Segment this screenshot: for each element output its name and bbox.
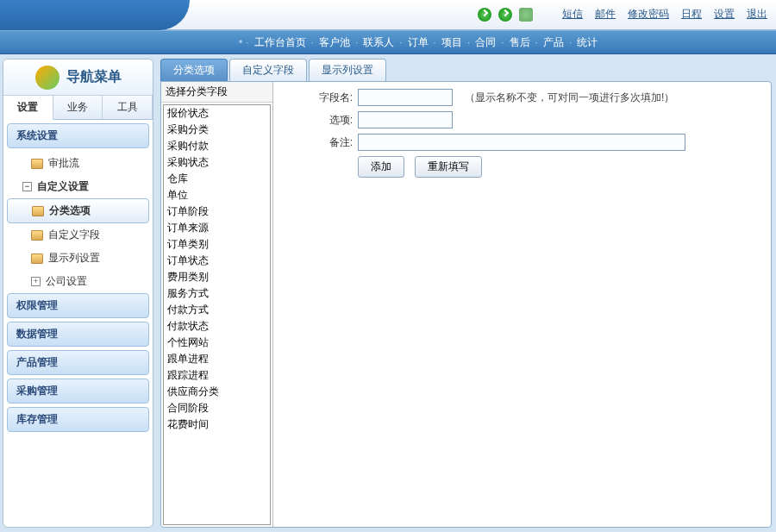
top-link-password[interactable]: 修改密码 <box>628 7 669 22</box>
options-input[interactable] <box>358 111 453 128</box>
add-button[interactable]: 添加 <box>358 156 404 178</box>
field-list-item[interactable]: 供应商分类 <box>164 384 270 400</box>
field-list-item[interactable]: 跟踪进程 <box>164 367 270 384</box>
forward-icon[interactable] <box>498 8 512 22</box>
tree-category-options-label: 分类选项 <box>49 203 91 218</box>
content: 分类选项 自定义字段 显示列设置 选择分类字段 报价状态采购分类采购付款采购状态… <box>156 54 776 532</box>
nav-bullet: • <box>237 36 244 48</box>
nav-workbench[interactable]: 工作台首页 <box>251 35 310 50</box>
field-list-item[interactable]: 合同阶段 <box>164 400 270 416</box>
top-bar: 短信 邮件 修改密码 日程 设置 退出 <box>0 0 776 30</box>
fieldname-hint: （显示名称不变，可对同一项进行多次填加!） <box>465 91 674 105</box>
nav-projects[interactable]: 项目 <box>438 35 466 50</box>
tree-approval[interactable]: 审批流 <box>7 152 149 175</box>
top-link-schedule[interactable]: 日程 <box>681 7 702 22</box>
tree-approval-label: 审批流 <box>48 156 79 171</box>
field-list-item[interactable]: 个性网站 <box>164 335 270 351</box>
field-list-item[interactable]: 订单阶段 <box>164 203 270 220</box>
sidebar: 导航菜单 设置 业务 工具 系统设置 审批流 − 自定义设置 分类选项 自定义字 <box>3 59 153 528</box>
field-list-item[interactable]: 付款状态 <box>164 318 270 335</box>
options-label: 选项: <box>284 113 353 128</box>
plus-icon: + <box>31 277 41 286</box>
field-list-item[interactable]: 仓库 <box>164 171 270 187</box>
back-icon[interactable] <box>478 8 491 22</box>
sidebar-tabs: 设置 业务 工具 <box>3 96 153 120</box>
field-list-item[interactable]: 订单状态 <box>164 253 270 269</box>
tree-display-columns-label: 显示列设置 <box>48 251 100 266</box>
field-panel-header: 选择分类字段 <box>161 82 272 103</box>
tree-custom-settings-label: 自定义设置 <box>37 179 89 194</box>
nav-products[interactable]: 产品 <box>540 35 567 50</box>
remark-input[interactable] <box>358 134 685 151</box>
nav-orders[interactable]: 订单 <box>404 35 432 50</box>
acc-perm-mgmt[interactable]: 权限管理 <box>7 293 149 318</box>
folder-icon <box>32 206 44 216</box>
remark-label: 备注: <box>284 135 353 150</box>
acc-stock-mgmt[interactable]: 库存管理 <box>7 407 149 432</box>
folder-icon <box>31 159 43 169</box>
acc-product-mgmt[interactable]: 产品管理 <box>7 350 149 375</box>
field-panel: 选择分类字段 报价状态采购分类采购付款采购状态仓库单位订单阶段订单来源订单类别订… <box>161 82 273 527</box>
field-list[interactable]: 报价状态采购分类采购付款采购状态仓库单位订单阶段订单来源订单类别订单状态费用类别… <box>163 104 271 525</box>
tree-company-settings[interactable]: + 公司设置 <box>7 270 149 293</box>
top-icons <box>478 8 533 22</box>
top-link-logout[interactable]: 退出 <box>747 7 767 22</box>
field-list-item[interactable]: 付款方式 <box>164 302 270 318</box>
nav-stats[interactable]: 统计 <box>573 35 601 50</box>
top-link-mail[interactable]: 邮件 <box>595 7 616 22</box>
nav-aftersales[interactable]: 售后 <box>506 35 534 50</box>
nav-bar: • ·工作台首页 ·客户池 ·联系人 ·订单 ·项目 ·合同 ·售后 ·产品 ·… <box>0 30 776 54</box>
sidebar-tab-settings[interactable]: 设置 <box>3 96 53 120</box>
reset-button[interactable]: 重新填写 <box>415 156 482 178</box>
tree-category-options[interactable]: 分类选项 <box>7 198 149 223</box>
field-list-item[interactable]: 采购分类 <box>164 122 270 138</box>
field-list-item[interactable]: 花费时间 <box>164 416 270 433</box>
nav-customers[interactable]: 客户池 <box>316 35 354 50</box>
sidebar-title: 导航菜单 <box>66 68 122 86</box>
folder-icon <box>31 230 43 241</box>
tree-company-settings-label: 公司设置 <box>46 274 87 289</box>
top-link-settings[interactable]: 设置 <box>714 7 735 22</box>
field-list-item[interactable]: 报价状态 <box>164 105 270 122</box>
sidebar-header: 导航菜单 <box>3 59 153 96</box>
acc-data-mgmt[interactable]: 数据管理 <box>7 322 149 347</box>
acc-purchase-mgmt[interactable]: 采购管理 <box>7 379 149 404</box>
field-list-item[interactable]: 跟单进程 <box>164 351 270 367</box>
top-right-links: 短信 邮件 修改密码 日程 设置 退出 <box>478 7 767 22</box>
field-list-item[interactable]: 费用类别 <box>164 269 270 285</box>
acc-system-settings[interactable]: 系统设置 <box>7 123 149 148</box>
form-panel: 字段名: （显示名称不变，可对同一项进行多次填加!） 选项: 备注: 添加 重新… <box>273 82 771 527</box>
top-curve-decoration <box>0 0 190 30</box>
field-list-item[interactable]: 采购付款 <box>164 138 270 154</box>
field-list-item[interactable]: 订单类别 <box>164 236 270 253</box>
field-list-item[interactable]: 采购状态 <box>164 154 270 171</box>
field-list-item[interactable]: 订单来源 <box>164 220 270 236</box>
fieldname-label: 字段名: <box>284 91 353 105</box>
ctab-category[interactable]: 分类选项 <box>160 59 228 81</box>
ctab-custom-fields[interactable]: 自定义字段 <box>229 59 307 81</box>
fieldname-input[interactable] <box>358 89 453 106</box>
content-tabs: 分类选项 自定义字段 显示列设置 <box>160 59 772 81</box>
minus-icon: − <box>22 182 32 191</box>
tree-display-columns[interactable]: 显示列设置 <box>7 247 149 270</box>
tree-custom-settings[interactable]: − 自定义设置 <box>7 175 149 198</box>
content-body: 选择分类字段 报价状态采购分类采购付款采购状态仓库单位订单阶段订单来源订单类别订… <box>160 81 772 528</box>
sidebar-tab-business[interactable]: 业务 <box>53 96 103 119</box>
refresh-icon[interactable] <box>519 8 533 22</box>
logo-icon <box>35 66 59 90</box>
tree-custom-fields[interactable]: 自定义字段 <box>7 223 149 247</box>
nav-contracts[interactable]: 合同 <box>472 35 499 50</box>
main-area: 导航菜单 设置 业务 工具 系统设置 审批流 − 自定义设置 分类选项 自定义字 <box>0 54 776 532</box>
sidebar-tab-tools[interactable]: 工具 <box>103 96 153 119</box>
sidebar-body: 系统设置 审批流 − 自定义设置 分类选项 自定义字段 显示列设置 <box>3 120 153 527</box>
nav-contacts[interactable]: 联系人 <box>360 35 397 50</box>
tree-custom-fields-label: 自定义字段 <box>48 228 100 242</box>
top-link-sms[interactable]: 短信 <box>562 7 583 22</box>
field-list-item[interactable]: 单位 <box>164 187 270 203</box>
folder-icon <box>31 253 43 264</box>
field-list-item[interactable]: 服务方式 <box>164 285 270 302</box>
ctab-display-cols[interactable]: 显示列设置 <box>309 59 386 81</box>
